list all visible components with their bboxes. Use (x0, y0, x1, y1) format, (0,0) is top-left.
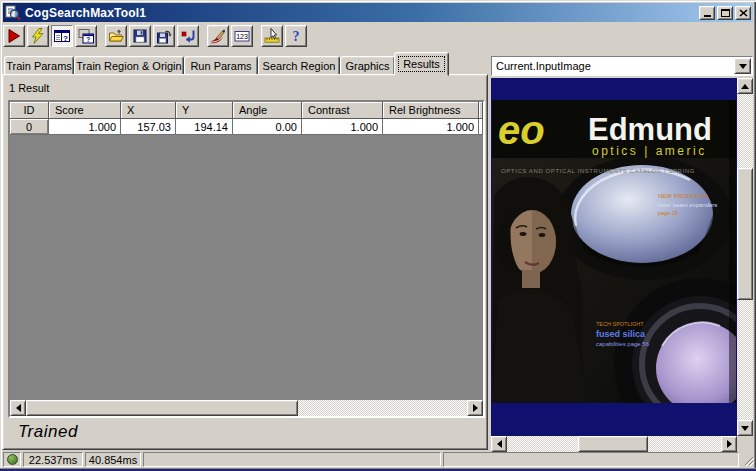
image-hscrollbar[interactable] (491, 436, 737, 452)
image-source-dropdown-button[interactable] (734, 58, 751, 74)
play-icon (6, 28, 22, 44)
save-as-button[interactable] (153, 25, 175, 47)
svg-text:optics | americ: optics | americ (592, 144, 707, 158)
status-message-panel (143, 452, 441, 467)
image-scroll-left-button[interactable] (491, 436, 507, 452)
image-source-value: Current.InputImage (492, 60, 734, 72)
arrow-left-icon (16, 404, 21, 412)
open-file-button[interactable] (105, 25, 127, 47)
cell-contrast[interactable]: 1.000 (302, 119, 383, 135)
table-hscroll-thumb[interactable] (26, 400, 298, 416)
tab-search-region[interactable]: Search Region (258, 56, 340, 75)
svg-text:TECH SPOTLIGHT: TECH SPOTLIGHT (596, 321, 644, 327)
help-button[interactable]: ? (285, 25, 307, 47)
resize-grip-icon (742, 454, 754, 466)
minimize-icon (704, 15, 711, 17)
show-numeric-results-button[interactable]: 123 (231, 25, 253, 47)
brush-icon (210, 28, 226, 44)
table-scroll-right-button[interactable] (467, 400, 483, 416)
image-hscroll-thumb[interactable] (578, 436, 648, 452)
results-tab-page: 1 Result ID Score X Y Angle Contrast Rel… (2, 74, 488, 450)
table-scroll-left-button[interactable] (10, 400, 26, 416)
arrow-left-icon (497, 440, 502, 448)
resize-grip[interactable] (741, 452, 754, 467)
image-scroll-right-button[interactable] (721, 436, 737, 452)
image-scroll-down-button[interactable] (737, 420, 753, 436)
reset-button[interactable] (177, 25, 199, 47)
titlebar: CogSearchMaxTool1 (3, 3, 753, 22)
total-time-value: 40.854ms (89, 454, 137, 466)
question-mark-icon: ? (288, 28, 304, 44)
results-table: ID Score X Y Angle Contrast Rel Brightne… (8, 100, 485, 418)
svg-text:laser beam expanders: laser beam expanders (658, 202, 717, 208)
image-display-area[interactable]: eo Edmund optics | americ OPTICS AND OPT… (491, 78, 737, 436)
close-icon (739, 9, 748, 17)
tab-run-params[interactable]: Run Params (184, 56, 258, 75)
tool-search-icon (5, 5, 21, 21)
float-window-button[interactable]: ? (75, 25, 97, 47)
status-extra-panel (443, 452, 739, 467)
run-time-value: 22.537ms (29, 454, 77, 466)
cell-score[interactable]: 1.000 (49, 119, 121, 135)
tab-results[interactable]: Results (394, 52, 449, 76)
svg-text:OPTICS AND OPTICAL INSTRUMENTS: OPTICS AND OPTICAL INSTRUMENTS CATALOG |… (501, 168, 695, 174)
open-folder-icon (108, 28, 124, 44)
total-time-panel: 40.854ms (85, 452, 141, 467)
floppy-arrow-icon (156, 28, 172, 44)
image-scroll-up-button[interactable] (737, 78, 753, 94)
cell-y[interactable]: 194.14 (176, 119, 233, 135)
table-hscrollbar[interactable] (10, 400, 483, 416)
maximize-button[interactable] (717, 6, 733, 20)
column-header-y[interactable]: Y (176, 102, 233, 119)
pointer-ruler-icon (264, 28, 280, 44)
column-header-rel-brightness[interactable]: Rel Brightness (383, 102, 479, 119)
column-header-score[interactable]: Score (49, 102, 121, 119)
image-source-combobox[interactable]: Current.InputImage (491, 56, 753, 76)
image-vscrollbar[interactable] (737, 78, 753, 436)
svg-text:?: ? (63, 34, 68, 43)
table-row-header[interactable]: 0 (10, 119, 49, 135)
svg-text:fused silica: fused silica (596, 329, 646, 339)
pointer-measure-button[interactable] (261, 25, 283, 47)
arrow-up-icon (741, 84, 749, 89)
undo-arrow-icon (180, 28, 196, 44)
tab-train-region-origin[interactable]: Train Region & Origin (74, 56, 184, 75)
run-electric-button[interactable] (27, 25, 49, 47)
lightning-icon (30, 28, 46, 44)
show-control-panes-button[interactable]: ? (51, 25, 73, 47)
cell-angle[interactable]: 0.00 (233, 119, 302, 135)
image-vscroll-thumb[interactable] (737, 168, 753, 300)
column-header-contrast[interactable]: Contrast (302, 102, 383, 119)
svg-text:page 18: page 18 (658, 210, 678, 216)
svg-text:?: ? (293, 29, 300, 44)
svg-text:capabilities page 56: capabilities page 56 (596, 341, 650, 347)
train-button[interactable] (207, 25, 229, 47)
floppy-icon (132, 28, 148, 44)
arrow-right-icon (473, 404, 478, 412)
chevron-down-icon (739, 64, 747, 69)
run-time-panel: 22.537ms (23, 452, 83, 467)
arrow-right-icon (727, 440, 732, 448)
tab-train-params[interactable]: Train Params (4, 56, 74, 75)
cell-rel-brightness[interactable]: 1.000 (383, 119, 479, 135)
window-title: CogSearchMaxTool1 (25, 6, 146, 20)
cogsearchmax-tool-window: CogSearchMaxTool1 (0, 0, 756, 471)
column-header-id[interactable]: ID (10, 102, 49, 119)
run-button[interactable] (3, 25, 25, 47)
scrollbar-corner (737, 436, 753, 452)
cell-filler (479, 119, 483, 135)
close-button[interactable] (735, 6, 751, 20)
status-indicator-panel (3, 452, 21, 467)
svg-text:NEW PRODUCTS: NEW PRODUCTS (658, 193, 707, 199)
column-header-x[interactable]: X (121, 102, 176, 119)
cell-x[interactable]: 157.03 (121, 119, 176, 135)
save-button[interactable] (129, 25, 151, 47)
svg-text:?: ? (86, 36, 90, 43)
input-image-catalog-cover: eo Edmund optics | americ OPTICS AND OPT… (492, 100, 736, 403)
column-header-angle[interactable]: Angle (233, 102, 302, 119)
train-status-label: Trained (18, 422, 78, 442)
minimize-button[interactable] (699, 6, 715, 20)
tab-graphics[interactable]: Graphics (340, 56, 395, 75)
numbers-icon: 123 (234, 28, 250, 44)
window-panes-icon: ? (54, 28, 70, 44)
